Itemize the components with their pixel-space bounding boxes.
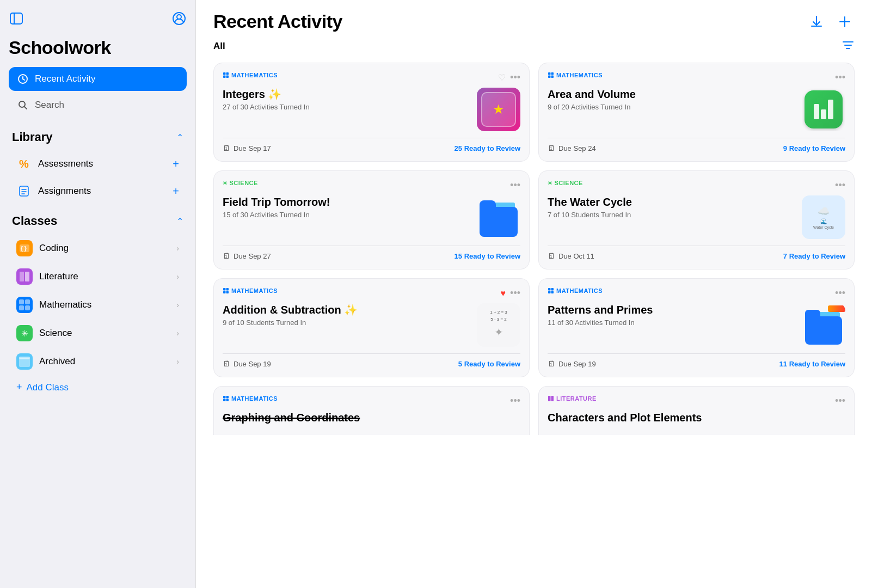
assignments-icon [16,183,32,199]
card-subtitle-patterns: 11 of 30 Activities Turned In [548,318,795,327]
app-title: Schoolwork [9,37,187,58]
calendar-icon-field-trip: 🗓 [223,252,230,260]
library-chevron-icon: ⌃ [176,132,183,143]
svg-rect-16 [25,272,29,281]
more-icon-integers[interactable]: ••• [510,72,520,83]
search-icon [16,99,29,112]
card-water-cycle[interactable]: ✳ SCIENCE ••• The Water Cycle 7 of 10 St… [538,170,855,270]
review-count-water-cycle[interactable]: 7 Ready to Review [783,252,845,260]
svg-rect-21 [19,358,30,367]
card-title-addition: Addition & Subtraction ✨ [223,303,470,316]
due-date-field-trip: Due Sep 27 [234,252,271,260]
svg-rect-48 [548,396,551,401]
add-class-plus-icon: + [16,382,22,393]
card-subtitle-area-volume: 9 of 20 Activities Turned In [548,103,795,111]
card-characters-plot[interactable]: LITERATURE ••• Characters and Plot Eleme… [538,386,855,435]
due-date-water-cycle: Due Oct 11 [558,252,594,260]
sidebar-item-search[interactable]: Search [9,93,187,117]
card-title-patterns: Patterns and Primes [548,303,795,316]
download-button[interactable] [807,12,826,32]
svg-rect-29 [226,72,229,75]
classes-chevron-icon: ⌃ [176,216,183,226]
svg-text:{ }: { } [21,246,27,252]
due-date-area-volume: Due Sep 24 [558,144,596,152]
assignments-label: Assignments [38,186,91,197]
card-subtitle-water-cycle: 7 of 10 Students Turned In [548,211,795,219]
more-icon-field-trip[interactable]: ••• [510,180,520,191]
review-count-patterns[interactable]: 11 Ready to Review [779,360,845,368]
sidebar-item-assignments[interactable]: Assignments + [9,178,187,204]
calendar-icon-area-volume: 🗓 [548,144,555,152]
card-title-water-cycle: The Water Cycle [548,195,795,209]
sidebar-item-assessments[interactable]: % Assessments + [9,151,187,177]
card-subtitle-field-trip: 15 of 30 Activities Turned In [223,211,470,219]
sidebar-toggle-button[interactable] [9,11,24,28]
svg-rect-38 [223,291,226,294]
heart-icon-integers[interactable]: ♡ [498,72,506,83]
svg-rect-20 [25,305,30,310]
card-integers[interactable]: MATHEMATICS ♡ ••• Integers ✨ 27 of 30 Ac… [213,63,530,162]
add-assessment-button[interactable]: + [173,158,179,170]
main-content: Recent Activity All [196,0,872,588]
classes-section-header[interactable]: Classes ⌃ [9,210,187,232]
profile-button[interactable] [171,11,187,28]
add-class-button[interactable]: + Add Class [9,376,187,399]
assessments-icon: % [16,156,32,171]
sidebar-item-coding[interactable]: { } Coding › [9,235,187,262]
card-field-trip[interactable]: ✳ SCIENCE ••• Field Trip Tomorrow! 15 of… [213,170,530,270]
more-icon-area-volume[interactable]: ••• [835,72,845,83]
card-thumbnail-field-trip [477,195,520,239]
review-count-integers[interactable]: 25 Ready to Review [455,144,520,152]
svg-point-3 [177,15,181,19]
add-assignment-button[interactable]: + [173,185,179,198]
card-graphing[interactable]: MATHEMATICS ••• Graphing and Coordinates [213,386,530,435]
more-icon-patterns[interactable]: ••• [835,287,845,299]
svg-rect-32 [548,72,551,75]
sidebar: Schoolwork Recent Activity Search Librar… [0,0,196,588]
filter-button[interactable] [842,39,855,54]
page-title: Recent Activity [213,11,342,32]
library-section-header[interactable]: Library ⌃ [9,126,187,149]
card-area-volume[interactable]: MATHEMATICS ••• Area and Volume 9 of 20 … [538,63,855,162]
more-icon-characters[interactable]: ••• [835,395,845,407]
sidebar-item-literature[interactable]: Literature › [9,263,187,290]
more-icon-addition[interactable]: ••• [510,287,520,299]
due-date-integers: Due Sep 17 [234,144,271,152]
filter-section: All [196,32,872,58]
svg-rect-47 [226,399,229,402]
coding-icon: { } [16,240,33,256]
science-chevron-icon: › [176,329,179,338]
svg-rect-37 [226,288,229,291]
card-title-field-trip: Field Trip Tomorrow! [223,195,470,209]
more-icon-graphing[interactable]: ••• [510,395,520,407]
coding-label: Coding [39,243,69,254]
card-thumbnail-addition: 1 + 2 = 3 5 - 3 = 2 ✦ [477,303,520,347]
svg-rect-46 [223,399,226,402]
svg-rect-39 [226,291,229,294]
add-button[interactable] [835,12,855,32]
svg-rect-43 [551,291,554,294]
card-addition-subtraction[interactable]: MATHEMATICS ♥ ••• Addition & Subtraction… [213,278,530,377]
card-subtitle-addition: 9 of 10 Students Turned In [223,318,470,327]
svg-rect-30 [223,76,226,78]
svg-rect-22 [19,357,30,359]
archived-icon [16,353,33,370]
assessments-label: Assessments [38,158,93,169]
coding-chevron-icon: › [176,244,179,253]
calendar-icon-patterns: 🗓 [548,359,555,368]
card-subject-integers: MATHEMATICS [223,72,278,78]
heart-icon-addition[interactable]: ♥ [501,289,506,298]
sidebar-item-mathematics[interactable]: Mathematics › [9,291,187,318]
sidebar-top-bar [9,11,187,28]
sidebar-item-science[interactable]: ✳ Science › [9,320,187,347]
card-patterns-primes[interactable]: MATHEMATICS ••• Patterns and Primes 11 o… [538,278,855,377]
review-count-addition[interactable]: 5 Ready to Review [458,360,520,368]
review-count-field-trip[interactable]: 15 Ready to Review [455,252,520,260]
card-thumbnail-water-cycle: ☁️ 🌊 Water Cycle [802,195,845,239]
review-count-area-volume[interactable]: 9 Ready to Review [783,144,845,152]
svg-rect-18 [25,299,30,304]
sidebar-item-recent-activity[interactable]: Recent Activity [9,67,187,91]
sidebar-item-archived[interactable]: Archived › [9,348,187,375]
more-icon-water-cycle[interactable]: ••• [835,180,845,191]
library-title: Library [12,130,53,144]
